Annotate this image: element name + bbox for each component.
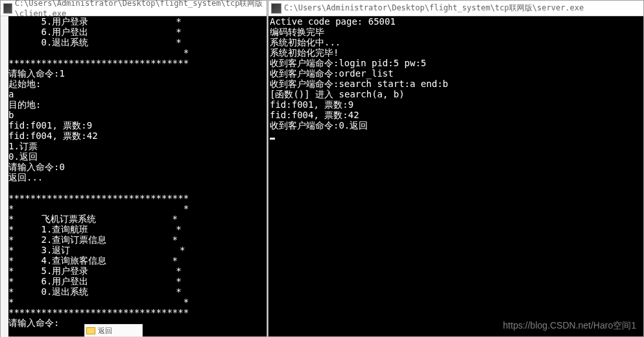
app-icon bbox=[3, 3, 12, 14]
server-console-content: Active code page: 65001 编码转换完毕 系统初始化中...… bbox=[268, 16, 643, 141]
server-console[interactable]: Active code page: 65001 编码转换完毕 系统初始化中...… bbox=[268, 16, 643, 336]
server-title-text: C:\Users\Administrator\Desktop\flight_sy… bbox=[284, 3, 584, 14]
server-window: C:\Users\Administrator\Desktop\flight_sy… bbox=[268, 0, 644, 337]
app-icon bbox=[271, 3, 281, 14]
watermark-text: https://blog.CSDN.net/Haro空间1 bbox=[503, 320, 636, 332]
left-edge-strip bbox=[1, 16, 8, 337]
server-titlebar[interactable]: C:\Users\Administrator\Desktop\flight_sy… bbox=[268, 1, 643, 16]
cursor bbox=[270, 138, 275, 140]
client-title-text: C:\Users\Administrator\Desktop\flight_sy… bbox=[15, 0, 264, 18]
desktop-item-label: 返回 bbox=[98, 326, 112, 336]
desktop-item: 返回 bbox=[84, 324, 143, 337]
folder-icon bbox=[86, 327, 95, 334]
client-console-content: 5.用户登录 * 6.用户登出 * 0.退出系统 * * ***********… bbox=[8, 16, 267, 328]
client-titlebar[interactable]: C:\Users\Administrator\Desktop\flight_sy… bbox=[1, 1, 267, 16]
client-window: C:\Users\Administrator\Desktop\flight_sy… bbox=[0, 0, 267, 337]
client-console[interactable]: 5.用户登录 * 6.用户登出 * 0.退出系统 * * ***********… bbox=[1, 16, 267, 336]
